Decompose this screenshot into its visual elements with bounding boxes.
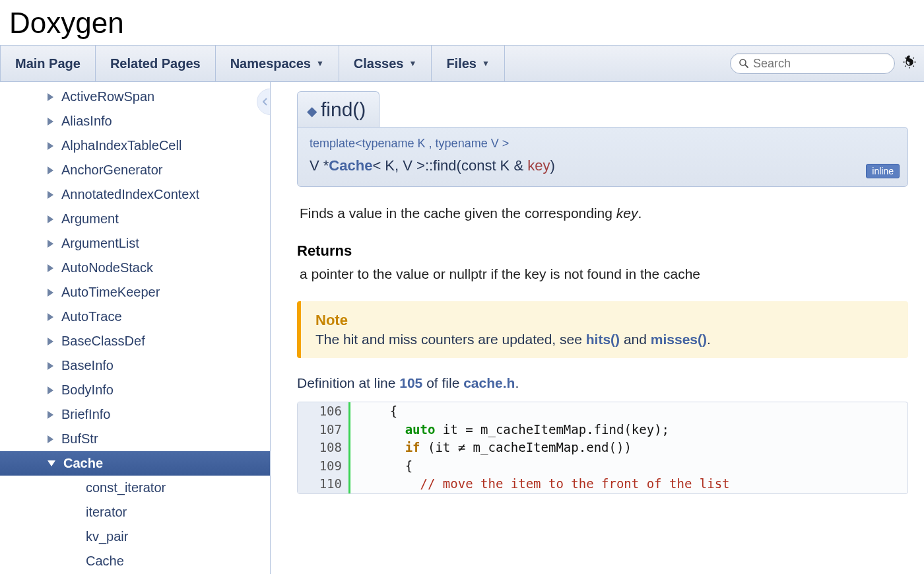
- tab-label: Classes: [354, 56, 404, 71]
- search-wrap: [730, 46, 924, 81]
- template-params: template<typename K , typename V >: [310, 137, 896, 151]
- code-line: 110 // move the item to the front of the…: [298, 475, 908, 493]
- tab-files[interactable]: Files▼: [432, 46, 504, 81]
- line-number: 106: [298, 402, 350, 421]
- project-name: Doxygen: [9, 7, 915, 40]
- tab-classes[interactable]: Classes▼: [339, 46, 432, 81]
- sidebar-item-label: ArgumentList: [61, 236, 139, 251]
- sidebar-item-label: AlphaIndexTableCell: [61, 138, 182, 153]
- chevron-right-icon: [48, 386, 53, 394]
- sidebar-item[interactable]: BaseClassDef: [0, 329, 270, 353]
- text: Definition at line: [297, 375, 399, 390]
- content[interactable]: ◆find() template<typename K , typename V…: [271, 82, 924, 574]
- sidebar-item[interactable]: AutoTrace: [0, 305, 270, 329]
- line-number: 108: [298, 439, 350, 457]
- returns-text: a pointer to the value or nullptr if the…: [300, 264, 906, 285]
- paren-open: (: [457, 157, 461, 174]
- tab-related-pages[interactable]: Related Pages: [96, 46, 216, 81]
- chevron-right-icon: [48, 313, 53, 321]
- sidebar-item-label: BufStr: [61, 431, 98, 447]
- search-box[interactable]: [730, 53, 895, 74]
- text: of file: [422, 375, 463, 390]
- sidebar-item-cache[interactable]: Cache: [0, 451, 270, 476]
- text: .: [638, 205, 642, 221]
- class-link[interactable]: Cache: [329, 157, 372, 174]
- tabs: Main Page Related Pages Namespaces▼ Clas…: [0, 46, 505, 81]
- chevron-right-icon: [48, 93, 53, 101]
- paren-close: ): [550, 157, 554, 174]
- tabs-row: Main Page Related Pages Namespaces▼ Clas…: [0, 45, 924, 82]
- tab-label: Main Page: [15, 56, 81, 71]
- sidebar[interactable]: ActiveRowSpanAliasInfoAlphaIndexTableCel…: [0, 82, 271, 574]
- sidebar-item[interactable]: AutoNodeStack: [0, 256, 270, 280]
- return-type: V *: [310, 157, 329, 174]
- member-prototype: template<typename K , typename V > V * C…: [297, 127, 908, 187]
- file-link[interactable]: cache.h: [463, 375, 515, 390]
- diamond-icon: ◆: [307, 104, 317, 118]
- line-link[interactable]: 105: [399, 375, 422, 390]
- sidebar-item-label: Cache: [63, 456, 103, 471]
- tab-main-page[interactable]: Main Page: [0, 46, 96, 81]
- sidebar-item-label: AliasInfo: [61, 114, 112, 129]
- sidebar-item-label: kv_pair: [86, 529, 128, 544]
- chevron-right-icon: [48, 289, 53, 297]
- misses-link[interactable]: misses(): [651, 332, 707, 347]
- hits-link[interactable]: hits(): [586, 332, 620, 347]
- sidebar-item[interactable]: BodyInfo: [0, 378, 270, 402]
- text: and: [620, 332, 651, 347]
- sidebar-item[interactable]: AliasInfo: [0, 109, 270, 133]
- code-line: 108 if (it ≠ m_cacheItemMap.end()): [298, 439, 908, 457]
- sidebar-item[interactable]: BriefInfo: [0, 402, 270, 427]
- code-line: 107 auto it = m_cacheItemMap.find(key);: [298, 421, 908, 439]
- tab-namespaces[interactable]: Namespaces▼: [216, 46, 339, 81]
- search-input[interactable]: [753, 57, 886, 71]
- sidebar-item[interactable]: BufStr: [0, 427, 270, 451]
- chevron-right-icon: [48, 142, 53, 150]
- sidebar-item[interactable]: AnnotatedIndexContext: [0, 182, 270, 207]
- text: The hit and miss counters are updated, s…: [315, 332, 586, 347]
- note-box: Note The hit and miss counters are updat…: [297, 301, 908, 358]
- param-type: const K &: [461, 157, 523, 174]
- sidebar-item[interactable]: AutoTimeKeeper: [0, 280, 270, 305]
- sidebar-item[interactable]: ArgumentList: [0, 231, 270, 256]
- search-icon: [739, 58, 749, 69]
- note-text: The hit and miss counters are updated, s…: [315, 332, 894, 347]
- line-number: 107: [298, 421, 350, 439]
- code-text: {: [350, 402, 397, 421]
- sidebar-child-item[interactable]: kv_pair: [0, 524, 270, 549]
- sidebar-item-label: BriefInfo: [61, 407, 110, 422]
- sidebar-child-item[interactable]: const_iterator: [0, 476, 270, 500]
- sidebar-item-label: BaseInfo: [61, 358, 114, 373]
- code-line: 106 {: [298, 402, 908, 421]
- theme-toggle-icon[interactable]: [903, 55, 916, 71]
- key-ref: key: [616, 205, 638, 221]
- chevron-right-icon: [48, 362, 53, 370]
- sidebar-item-label: ActiveRowSpan: [61, 89, 154, 104]
- chevron-right-icon: [48, 264, 53, 272]
- sidebar-child-item[interactable]: Cache: [0, 549, 270, 573]
- sidebar-item[interactable]: ActiveRowSpan: [0, 85, 270, 109]
- code-text: auto it = m_cacheItemMap.find(key);: [350, 421, 669, 439]
- member-title: find(): [321, 98, 366, 120]
- chevron-right-icon: [48, 435, 53, 443]
- text: Finds a value in the cache given the cor…: [300, 205, 616, 221]
- sidebar-item-label: Argument: [61, 211, 119, 227]
- text: .: [515, 375, 519, 390]
- tab-label: Files: [446, 56, 477, 71]
- chevron-down-icon: ▼: [409, 59, 416, 68]
- sidebar-item-label: BaseClassDef: [61, 334, 145, 349]
- sidebar-item[interactable]: BaseInfo: [0, 353, 270, 378]
- sidebar-child-item[interactable]: iterator: [0, 500, 270, 524]
- sidebar-item-label: const_iterator: [86, 480, 166, 495]
- chevron-right-icon: [48, 191, 53, 199]
- scope-suffix: < K, V >::find: [372, 157, 456, 174]
- sidebar-item[interactable]: AlphaIndexTableCell: [0, 133, 270, 158]
- returns-label: Returns: [297, 242, 908, 260]
- chevron-right-icon: [48, 166, 53, 174]
- sidebar-item[interactable]: AnchorGenerator: [0, 158, 270, 182]
- sidebar-item-label: AutoNodeStack: [61, 260, 153, 275]
- svg-line-9: [905, 65, 906, 66]
- chevron-right-icon: [48, 411, 53, 419]
- brief-description: Finds a value in the cache given the cor…: [300, 203, 906, 224]
- sidebar-item[interactable]: Argument: [0, 207, 270, 231]
